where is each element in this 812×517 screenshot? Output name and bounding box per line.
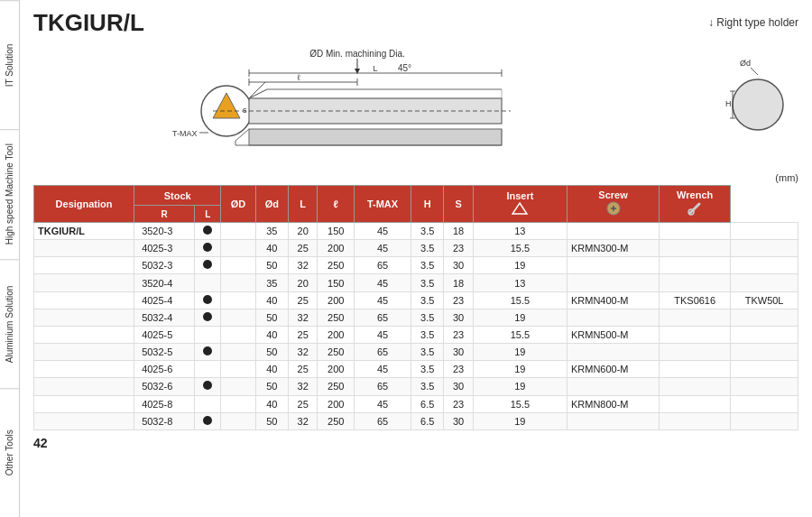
svg-text:45°: 45° (398, 63, 411, 73)
stock-r-cell (195, 274, 221, 291)
svg-line-38 (690, 204, 699, 213)
sidebar-item-high-speed[interactable]: High speed Machine Tool (0, 129, 19, 258)
stock-r-cell (195, 326, 221, 343)
col-insert: Insert (473, 186, 567, 223)
stock-r-cell (195, 395, 221, 412)
col-screw: Screw (567, 186, 659, 223)
stock-l-cell (221, 291, 255, 309)
svg-line-11 (249, 82, 265, 98)
sidebar-item-aluminium[interactable]: Aluminium Solution (0, 259, 19, 388)
svg-point-29 (733, 79, 783, 130)
col-L: L (289, 186, 318, 223)
table-row: 5032-65032250653.53019 (34, 378, 798, 395)
insert-cell: KRMN800-M (567, 395, 659, 412)
insert-cell (567, 378, 659, 395)
main-diagram: ØD Min. machining Dia. 45° T-MAX (159, 46, 592, 154)
units-label: (mm) (33, 172, 798, 183)
wrench-cell (731, 361, 798, 378)
main-content: TKGIUR/L ↓ Right type holder ØD Min. mac… (20, 0, 812, 517)
screw-cell (660, 378, 731, 395)
svg-line-8 (249, 89, 267, 98)
stock-l-cell (221, 344, 255, 361)
col-designation: Designation (34, 186, 134, 223)
designation-cell: 4025-3 (134, 240, 195, 257)
model-cell (34, 240, 134, 257)
page-title: TKGIUR/L (33, 9, 144, 37)
wrench-cell (731, 257, 798, 274)
table-row: TKGIUR/L3520-33520150453.51813 (34, 223, 798, 240)
model-cell (34, 257, 134, 274)
model-cell (34, 361, 134, 378)
stock-r-cell (195, 291, 221, 309)
screw-cell (660, 395, 731, 412)
col-tmax: T-MAX (355, 186, 411, 223)
svg-text:L: L (373, 64, 377, 73)
table-row: 4025-64025200453.52319KRMN600-M (34, 361, 798, 378)
svg-text:ØD Min. machining Dia.: ØD Min. machining Dia. (309, 49, 405, 59)
screw-cell (660, 274, 731, 291)
table-row: 4025-44025200453.52315.5KRMN400-MTKS0616… (34, 291, 798, 309)
stock-l-cell (221, 378, 255, 395)
stock-r-cell (195, 309, 221, 326)
col-od-small: Ød (255, 186, 289, 223)
col-stock-group: Stock (134, 186, 221, 206)
model-cell (34, 412, 134, 429)
wrench-cell (731, 223, 798, 240)
svg-text:H: H (725, 99, 732, 108)
diagram-area: ØD Min. machining Dia. 45° T-MAX (33, 46, 798, 163)
wrench-cell: TKW50L (731, 291, 798, 309)
table-row: 4025-84025200456.52315.5KRMN800-M (34, 395, 798, 412)
wrench-cell (731, 395, 798, 412)
designation-cell: 5032-8 (134, 412, 195, 429)
stock-l-cell (221, 412, 255, 429)
stock-r-cell (195, 361, 221, 378)
model-cell (34, 274, 134, 291)
stock-r-cell (195, 378, 221, 395)
svg-text:s: s (243, 106, 247, 115)
col-wrench: Wrench (660, 186, 731, 223)
sidebar-item-other-tools[interactable]: Other Tools (0, 388, 19, 517)
screw-cell (660, 223, 731, 240)
designation-cell: 5032-5 (134, 344, 195, 361)
cross-section-diagram: Ød H (722, 55, 794, 145)
wrench-cell (731, 412, 798, 429)
table-row: 3520-43520150453.51813 (34, 274, 798, 291)
stock-l-cell (221, 240, 255, 257)
screw-cell: TKS0616 (660, 291, 731, 309)
stock-r-cell (195, 344, 221, 361)
col-stock-r: R (134, 206, 195, 223)
insert-cell (567, 344, 659, 361)
insert-cell (567, 257, 659, 274)
svg-text:ℓ: ℓ (298, 73, 301, 82)
col-od: ØD (221, 186, 255, 223)
model-cell (34, 344, 134, 361)
insert-cell: KRMN300-M (567, 240, 659, 257)
screw-cell (660, 240, 731, 257)
designation-cell: 4025-6 (134, 361, 195, 378)
screw-cell (660, 344, 731, 361)
wrench-cell (731, 274, 798, 291)
col-stock-l: L (195, 206, 221, 223)
table-row: 5032-45032250653.53019 (34, 309, 798, 326)
stock-l-cell (221, 223, 255, 240)
stock-l-cell (221, 309, 255, 326)
stock-r-cell (195, 257, 221, 274)
wrench-cell (731, 240, 798, 257)
sidebar-item-it-solution[interactable]: IT Solution (0, 0, 19, 129)
designation-cell: 5032-4 (134, 309, 195, 326)
insert-cell: KRMN600-M (567, 361, 659, 378)
svg-rect-22 (249, 129, 502, 145)
col-H: H (411, 186, 444, 223)
stock-r-cell (195, 223, 221, 240)
stock-l-cell (221, 395, 255, 412)
stock-r-cell (195, 412, 221, 429)
insert-cell (567, 274, 659, 291)
insert-cell: KRMN400-M (567, 291, 659, 309)
wrench-cell (731, 378, 798, 395)
designation-cell: 4025-4 (134, 291, 195, 309)
svg-text:Ød: Ød (740, 59, 751, 68)
screw-cell (660, 257, 731, 274)
model-cell (34, 395, 134, 412)
insert-cell (567, 223, 659, 240)
screw-cell (660, 361, 731, 378)
